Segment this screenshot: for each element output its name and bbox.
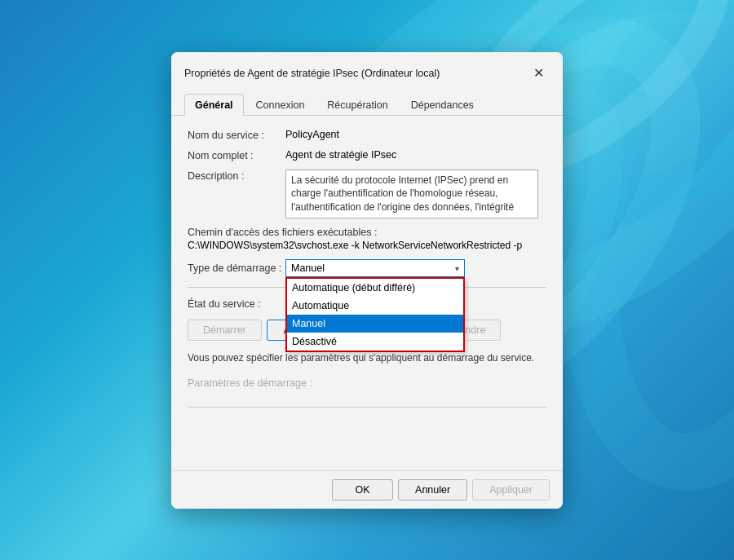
service-name-value: PolicyAgent [285,129,339,140]
param-input[interactable] [188,392,546,408]
path-section: Chemin d'accès des fichiers exécutables … [188,227,546,251]
param-section: Paramètres de démarrage : [188,377,546,408]
info-text: Vous pouvez spécifier les paramètres qui… [188,351,546,365]
cancel-button[interactable]: Annuler [398,479,467,500]
startup-dropdown-list: Automatique (début différé) Automatique … [285,277,465,352]
dialog-overlay: Propriétés de Agent de stratégie IPsec (… [0,0,734,560]
dropdown-item-disabled[interactable]: Désactivé [287,333,463,351]
startup-dropdown[interactable]: Manuel ▾ [285,259,465,277]
properties-dialog: Propriétés de Agent de stratégie IPsec (… [171,52,563,509]
dialog-footer: OK Annuler Appliquer [171,470,563,509]
description-box: La sécurité du protocole Internet (IPSec… [285,170,538,218]
full-name-row: Nom complet : Agent de stratégie IPsec [188,149,546,161]
param-label: Paramètres de démarrage : [188,377,312,389]
description-row: Description : La sécurité du protocole I… [188,170,546,218]
tab-dependances[interactable]: Dépendances [400,94,484,116]
path-label: Chemin d'accès des fichiers exécutables … [188,227,546,238]
tab-recuperation[interactable]: Récupération [316,94,398,116]
full-name-label: Nom complet : [188,149,285,161]
status-label: État du service : [188,298,285,310]
dropdown-item-auto-delayed[interactable]: Automatique (début différé) [287,279,463,297]
service-name-label: Nom du service : [188,129,285,141]
dropdown-item-manual[interactable]: Manuel [287,315,463,333]
start-button[interactable]: Démarrer [188,320,262,341]
tab-general[interactable]: Général [184,94,244,116]
startup-row: Type de démarrage : Manuel ▾ Automatique… [188,259,546,277]
dropdown-arrow-icon: ▾ [455,263,459,272]
startup-dropdown-container: Manuel ▾ Automatique (début différé) Aut… [285,259,465,277]
apply-button[interactable]: Appliquer [472,479,550,500]
startup-label: Type de démarrage : [188,262,285,274]
dropdown-item-auto[interactable]: Automatique [287,297,463,315]
tab-bar: Général Connexion Récupération Dépendanc… [171,93,563,116]
ok-button[interactable]: OK [332,479,393,500]
full-name-value: Agent de stratégie IPsec [285,149,396,161]
service-name-row: Nom du service : PolicyAgent [188,129,546,141]
path-value: C:\WINDOWS\system32\svchost.exe -k Netwo… [188,240,546,251]
title-bar: Propriétés de Agent de stratégie IPsec (… [171,52,563,93]
close-button[interactable]: ✕ [527,62,550,85]
startup-selected-value: Manuel [291,262,325,274]
description-label: Description : [188,170,285,182]
dialog-content: Nom du service : PolicyAgent Nom complet… [171,116,563,470]
tab-connexion[interactable]: Connexion [245,94,316,116]
dialog-title: Propriétés de Agent de stratégie IPsec (… [184,68,440,79]
